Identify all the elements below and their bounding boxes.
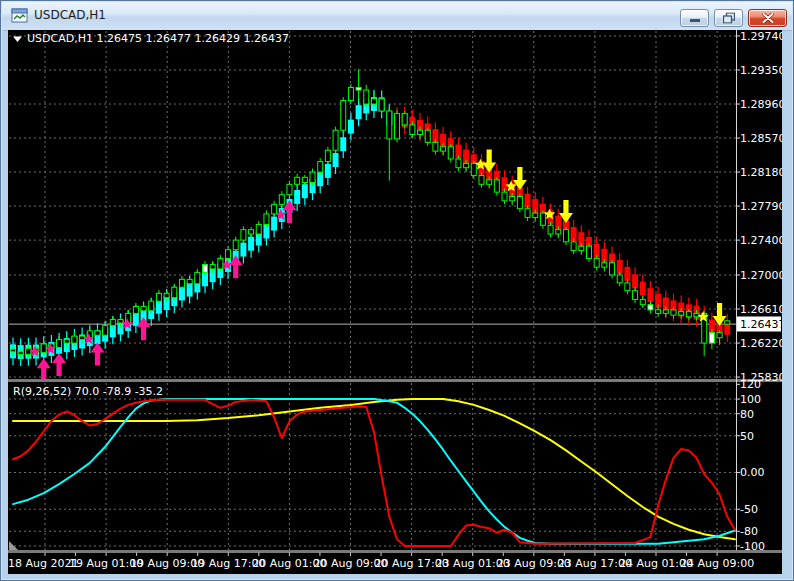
current-price-tag: 1.26437 — [737, 317, 782, 332]
svg-text:1.26220: 1.26220 — [740, 337, 782, 350]
time-axis[interactable]: 18 Aug 202119 Aug 01:0019 Aug 09:0019 Au… — [8, 553, 754, 571]
minimize-icon — [689, 14, 700, 23]
svg-text:1.29350: 1.29350 — [740, 64, 782, 77]
minimize-button[interactable] — [680, 9, 709, 27]
candles-layer — [11, 69, 730, 359]
svg-text:1.29740: 1.29740 — [740, 30, 782, 43]
svg-text:24 Aug 09:00: 24 Aug 09:00 — [680, 557, 754, 570]
trend-ribbon-layer — [10, 90, 730, 366]
svg-text:0.00: 0.00 — [740, 466, 765, 479]
close-icon — [762, 13, 774, 23]
svg-text:1.27790: 1.27790 — [740, 200, 782, 213]
restore-icon — [723, 13, 735, 24]
indicator-resize-grip[interactable] — [9, 541, 18, 550]
svg-text:1.28180: 1.28180 — [740, 166, 782, 179]
restore-button[interactable] — [714, 9, 743, 27]
svg-text:50: 50 — [740, 430, 754, 443]
svg-text:1.27000: 1.27000 — [740, 269, 782, 282]
price-chart-canvas[interactable]: 1.297401.293501.289601.285701.281801.277… — [8, 30, 782, 574]
svg-text:18 Aug 2021: 18 Aug 2021 — [8, 557, 78, 570]
svg-text:-100: -100 — [740, 540, 765, 553]
chart-window: USDCAD,H1 1.297401.29 — [0, 0, 794, 581]
dropdown-triangle-icon[interactable] — [13, 37, 22, 43]
window-titlebar[interactable]: USDCAD,H1 — [2, 2, 792, 31]
window-controls — [680, 9, 787, 27]
svg-text:1.27400: 1.27400 — [740, 234, 782, 247]
window-title: USDCAD,H1 — [34, 8, 106, 22]
svg-text:-80: -80 — [740, 525, 758, 538]
buy-arrow-icon — [52, 353, 66, 376]
svg-text:1.26610: 1.26610 — [740, 303, 782, 316]
yellow-line — [13, 399, 735, 539]
indicator-axis[interactable]: 12010080500.00-50-80-100 — [736, 378, 765, 553]
chart-info-label: USDCAD,H1 1.26475 1.26477 1.26429 1.2643… — [27, 32, 289, 45]
chart-window-icon — [11, 8, 29, 24]
chart-client-area[interactable]: 1.297401.293501.289601.285701.281801.277… — [8, 30, 782, 574]
indicator-label: R(9,26,52) 70.0 -78.9 -35.2 — [13, 385, 163, 398]
svg-text:120: 120 — [740, 378, 761, 391]
svg-text:1.28960: 1.28960 — [740, 98, 782, 111]
svg-text:100: 100 — [740, 393, 761, 406]
indicator-lines — [13, 399, 735, 546]
svg-text:1.28570: 1.28570 — [740, 132, 782, 145]
svg-text:80: 80 — [740, 408, 754, 421]
svg-text:1.26437: 1.26437 — [740, 318, 782, 331]
close-button[interactable] — [748, 9, 787, 27]
svg-text:-50: -50 — [740, 503, 758, 516]
buy-arrow-icon — [37, 358, 51, 381]
